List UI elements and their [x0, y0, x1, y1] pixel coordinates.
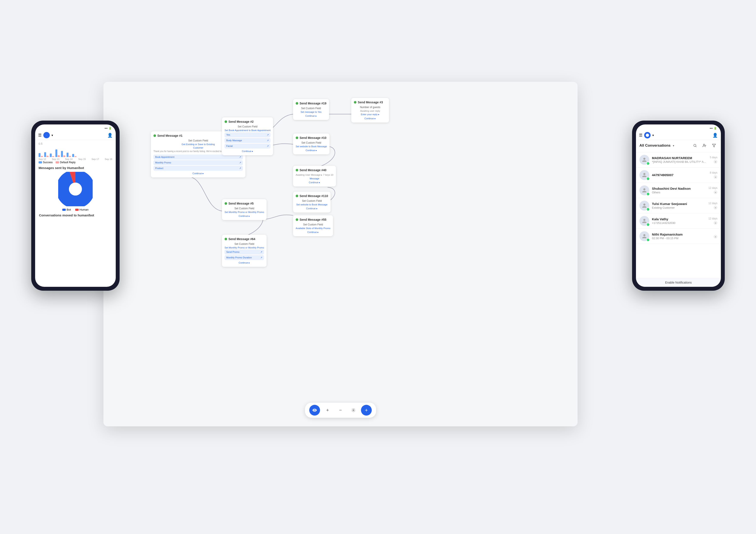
search-button[interactable] — [691, 142, 698, 149]
conversations-filter[interactable]: All Conversations ▾ — [639, 143, 674, 148]
node2-btn3[interactable]: Facial ↗ — [225, 144, 270, 149]
node2-field: Set Book Appointment to Book Appointment — [225, 129, 270, 132]
conv-status-5: ○ — [714, 221, 717, 225]
flow-node-4[interactable]: Send Message #3 Number of guests Awaitin… — [351, 98, 389, 122]
node10-subtitle: Set Custom Field — [296, 223, 330, 226]
list-item[interactable]: ✓ Nithi Rajamanickam 02:30 PM - 03:15 PM… — [636, 229, 721, 244]
node1-btn1[interactable]: Book Appointment ↗ — [153, 155, 243, 160]
node6-subtitle: Awaiting User Message ▸ 7 keys 10 — [296, 173, 334, 176]
conv-time-1: 5 days — [710, 156, 717, 159]
list-item[interactable]: ✓ Tulsi Kumar Seejuwani Existing Custome… — [636, 198, 721, 214]
flow-node-7[interactable]: Send Message #110 Set Custom Field Set w… — [293, 191, 331, 213]
flow-node-8[interactable]: Send Message #5 Set Custom Field Set Mon… — [222, 199, 267, 220]
list-item[interactable]: ✓ MADRASAH NURTAREEM *[INFAQ JUMAATI] KH… — [636, 152, 721, 167]
node9-btn1[interactable]: Send Promo ↗ — [225, 249, 264, 255]
conversation-list[interactable]: ✓ MADRASAH NURTAREEM *[INFAQ JUMAATI] KH… — [636, 152, 721, 278]
node6-continue[interactable]: Continue ▸ — [296, 181, 334, 184]
node8-continue[interactable]: Continue ▸ — [225, 215, 264, 217]
conv-meta-3: 12 days ○ — [708, 187, 717, 194]
phone-right: ▪▪▪ 🔋 ☰ ▾ 👤 All Conversations ▾ — [632, 120, 725, 291]
node7-subtitle: Set Custom Field — [296, 199, 328, 202]
conv-meta-4: 12 days ○ — [708, 202, 717, 210]
conversations-dropdown-arrow[interactable]: ▾ — [673, 144, 674, 147]
left-phone-status-bar: ▪▪▪ 🔋 — [35, 124, 116, 131]
conv-meta-6: ○ — [714, 234, 717, 239]
pie-title: Messages sent by Human/bot — [39, 166, 84, 170]
conv-avatar-1: ✓ — [639, 155, 649, 165]
conv-info-3: Shubashini Devi Nadison Others — [652, 187, 706, 194]
conv-time-2: 8 days — [710, 171, 717, 174]
flow-node-3[interactable]: Send Message #19 Set Custom Field Set me… — [293, 99, 329, 120]
node2-btn2[interactable]: Body Massage ↗ — [225, 138, 270, 143]
conv-preview-3: Others — [652, 191, 706, 194]
conv-time-3: 12 days — [708, 187, 717, 190]
conv-avatar-3: ✓ — [639, 185, 649, 195]
flow-node-5[interactable]: Send Message #10 Set Custom Field Set we… — [293, 134, 330, 154]
node5-continue[interactable]: Continue ▸ — [296, 149, 327, 152]
conv-name-1: MADRASAH NURTAREEM — [652, 156, 707, 160]
conv-meta-5: 12 days ○ — [708, 217, 717, 225]
node10-continue[interactable]: Continue ▸ — [296, 231, 330, 234]
node4-field1: Awaiting user reply — [354, 110, 387, 112]
y-axis-label: 0.5 — [39, 142, 112, 145]
settings-button[interactable] — [348, 405, 359, 416]
conv-status-4: ○ — [714, 206, 717, 210]
zoom-in-button[interactable]: + — [322, 405, 333, 416]
right-menu-icon[interactable]: ☰ — [639, 133, 642, 138]
node1-btn3[interactable]: Product ↗ — [153, 166, 243, 171]
flow-node-6[interactable]: Send Message #40 Awaiting User Message ▸… — [293, 166, 336, 187]
left-menu-icon[interactable]: ☰ — [38, 133, 41, 138]
node1-continue[interactable]: Continue ▸ — [153, 172, 243, 175]
right-avatar[interactable]: 👤 — [713, 133, 718, 138]
add-node-button[interactable]: + — [361, 405, 372, 416]
notifications-bar[interactable]: Enable Notifications — [636, 278, 721, 287]
node2-continue[interactable]: Continue ▸ — [225, 150, 270, 153]
node1-btn2[interactable]: Monthly Promo ↗ — [153, 160, 243, 165]
flow-node-9[interactable]: Send Message #64 Set Custom Field Set Mo… — [222, 235, 267, 267]
conv-info-4: Tulsi Kumar Seejuwani Existing Customer — [652, 202, 706, 209]
node9-field1: Set Monthly Promo or Monthly Promo — [225, 246, 264, 249]
right-status-icons: ▪▪▪ 🔋 — [710, 127, 717, 130]
bar-group-6 — [67, 153, 71, 157]
whatsapp-badge-3: ✓ — [646, 192, 650, 196]
svg-point-1 — [46, 135, 47, 136]
flow-node-10[interactable]: Send Message #55 Set Custom Field Availa… — [293, 215, 333, 236]
left-dropdown-arrow[interactable]: ▾ — [51, 134, 53, 137]
desktop-screen: Send Message #1 Set Custom Field Get Exi… — [103, 82, 578, 426]
node9-btn2[interactable]: Monthly Promo Duration ↗ — [225, 255, 264, 260]
conv-preview-6: 02:30 PM - 03:15 PM — [652, 237, 711, 240]
node7-continue[interactable]: Continue ▸ — [296, 207, 328, 210]
node7-field: Set website to Book Message — [296, 203, 328, 206]
list-item[interactable]: ✓ Shubashini Devi Nadison Others 12 days… — [636, 183, 721, 198]
conv-name-4: Tulsi Kumar Seejuwani — [652, 202, 706, 206]
node3-continue[interactable]: Continue ▸ — [296, 114, 327, 117]
conv-time-4: 12 days — [708, 202, 717, 205]
list-item[interactable]: ✓ Kala Vathy +17251143232030 12 days ○ — [636, 214, 721, 229]
conversations-moved-title: Conversations moved to human/bot — [39, 214, 112, 217]
left-avatar[interactable]: 👤 — [107, 133, 113, 138]
add-contact-button[interactable] — [701, 142, 708, 149]
conv-info-6: Nithi Rajamanickam 02:30 PM - 03:15 PM — [652, 233, 711, 240]
node9-title: Send Message #64 — [229, 237, 256, 241]
svg-point-5 — [646, 134, 649, 137]
node3-subtitle: Set Custom Field — [296, 107, 327, 110]
conv-name-2: 447974905007 — [652, 173, 707, 177]
zoom-out-button[interactable]: − — [335, 405, 346, 416]
bar-group-5 — [61, 151, 65, 157]
node9-continue[interactable]: Continue ▸ — [225, 261, 264, 264]
whatsapp-badge-2: ✓ — [646, 177, 650, 180]
node5-subtitle: Set Custom Field — [296, 141, 327, 144]
svg-point-4 — [69, 183, 82, 195]
filter-button[interactable] — [711, 142, 717, 149]
conversations-header: All Conversations ▾ — [636, 140, 721, 152]
list-item[interactable]: ✓ 447974905007 8 days ○ — [636, 167, 721, 183]
node4-continue[interactable]: Continue ▸ — [354, 117, 387, 120]
flow-canvas[interactable]: Send Message #1 Set Custom Field Get Exi… — [103, 82, 578, 426]
node2-subtitle: Set Custom Field — [225, 125, 270, 128]
right-dropdown-arrow[interactable]: ▾ — [652, 134, 654, 137]
eye-button[interactable] — [309, 405, 320, 416]
node2-btn1[interactable]: Yes ↗ — [225, 132, 270, 138]
conv-preview-1: *[INFAQ JUMAATI] KHAB BIL UTILITY* A... — [652, 160, 707, 164]
flow-node-2[interactable]: Send Message #2 Set Custom Field Set Boo… — [222, 117, 273, 155]
conv-name-5: Kala Vathy — [652, 217, 706, 221]
